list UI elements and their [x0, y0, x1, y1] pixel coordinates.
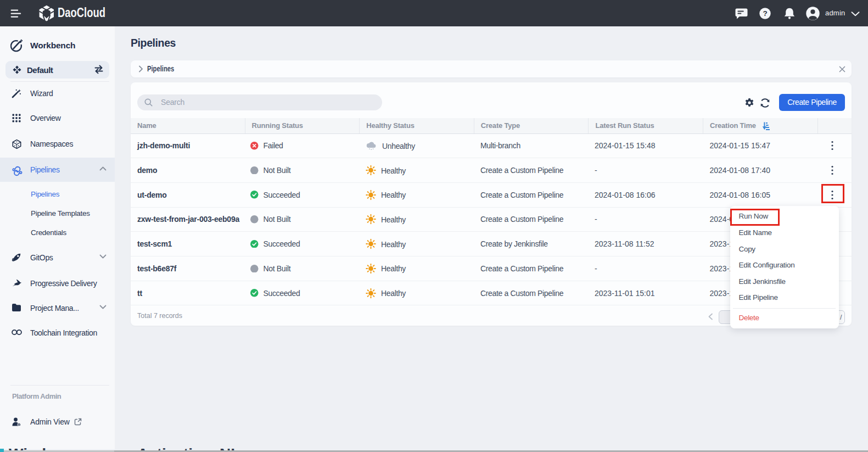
svg-text:?: ?	[763, 9, 767, 18]
